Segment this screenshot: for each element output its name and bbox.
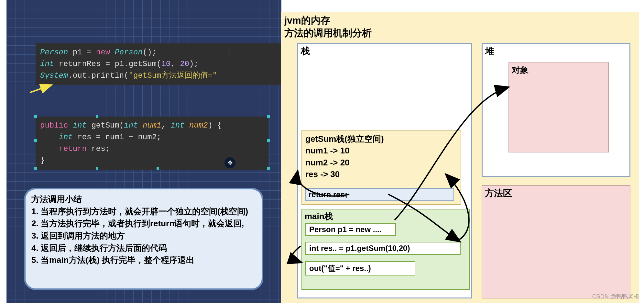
main-frame-title: main栈 xyxy=(305,211,333,222)
return-statement-box: return res; xyxy=(305,188,454,201)
heap-panel: 堆 对象 xyxy=(482,43,630,177)
stack-panel: 栈 getSum栈(独立空间) num1 -> 10 num2 -> 20 re… xyxy=(297,43,472,298)
stack-title: 栈 xyxy=(301,45,310,57)
selection-handle[interactable] xyxy=(157,167,159,170)
code-snippet-main: Person p1 = new Person(); int returnRes … xyxy=(36,43,291,85)
summary-item-1: 1. 当程序执行到方法时，就会开辟一个独立的空间(栈空间) xyxy=(31,207,248,216)
main-stack-frame: main栈 Person p1 = new .... int res.. = p… xyxy=(301,209,470,290)
selection-handle[interactable] xyxy=(267,115,270,118)
heap-title: 堆 xyxy=(485,45,494,57)
main-stmt-1: Person p1 = new .... xyxy=(305,223,396,236)
summary-item-2: 2. 当方法执行完毕，或者执行到return语句时，就会返回, xyxy=(31,219,244,228)
summary-title: 方法调用小结 xyxy=(31,194,82,204)
selection-handle[interactable] xyxy=(267,167,270,170)
heap-object-box: 对象 xyxy=(508,62,609,152)
summary-callout: 方法调用小结 1. 当程序执行到方法时，就会开辟一个独立的空间(栈空间) 2. … xyxy=(24,188,263,290)
getsum-frame-lines: getSum栈(独立空间) num1 -> 10 num2 -> 20 res … xyxy=(305,133,384,180)
selection-handle[interactable] xyxy=(96,115,98,118)
summary-item-4: 4. 返回后，继续执行方法后面的代码 xyxy=(31,243,167,253)
summary-item-5: 5. 当main方法(栈) 执行完毕，整个程序退出 xyxy=(31,255,194,265)
selection-handle[interactable] xyxy=(96,167,98,170)
watermark-text: CSDN @鸭鸭老板 xyxy=(592,293,639,300)
main-stmt-3: out("值=" + res..) xyxy=(305,261,415,275)
method-area-title: 方法区 xyxy=(485,187,512,199)
getsum-stack-frame: getSum栈(独立空间) num1 -> 10 num2 -> 20 res … xyxy=(301,130,461,205)
main-stmt-2: int res.. = p1.getSum(10,20) xyxy=(305,242,461,255)
svg-line-1 xyxy=(30,85,52,93)
object-title: 对象 xyxy=(512,64,529,76)
arrow-yellow-icon xyxy=(29,84,55,93)
jvm-memory-panel: jvm的内存 方法的调用机制分析 栈 getSum栈(独立空间) num1 ->… xyxy=(281,12,639,303)
selection-handle[interactable] xyxy=(34,167,37,170)
method-area-panel: 方法区 xyxy=(482,185,630,298)
selection-handle[interactable] xyxy=(267,139,270,142)
text-caret xyxy=(230,47,230,57)
jvm-panel-title: jvm的内存 方法的调用机制分析 xyxy=(284,14,372,39)
selection-handle[interactable] xyxy=(34,115,37,118)
selection-handle[interactable] xyxy=(34,139,37,142)
move-handle-icon[interactable]: ✥ xyxy=(224,157,235,168)
token-type: Person xyxy=(40,48,68,57)
summary-item-3: 3. 返回到调用方法的地方 xyxy=(31,231,125,241)
